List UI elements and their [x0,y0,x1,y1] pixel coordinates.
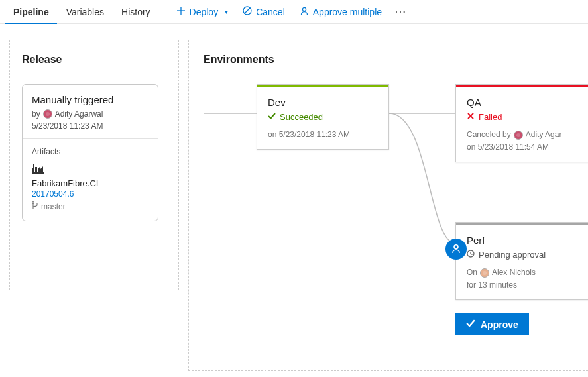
environments-canvas: Dev Succeeded on 5/23/2018 11:23 AM [204,84,588,369]
x-icon [467,112,475,122]
release-panel: Release Manually triggered by Adity Agar… [9,40,179,290]
svg-point-16 [454,244,458,248]
release-card-bottom: Artifacts FabrikamFibre.CI 20170504.6 ma… [23,139,158,221]
svg-marker-8 [38,166,40,169]
environments-panel: Environments Dev Succeeded [188,40,588,371]
env-name: Perf [467,235,582,246]
release-date: 5/23/2018 11:23 AM [32,121,148,131]
status-text: Failed [479,112,502,122]
person-icon [300,6,309,17]
environments-title: Environments [204,54,588,66]
avatar-icon [514,131,523,140]
approve-button[interactable]: Approve [455,313,529,335]
cancel-label: Cancel [256,7,285,17]
env-meta: on 5/23/2018 11:23 AM [268,129,378,141]
artifact-build-link[interactable]: 20170504.6 [32,189,148,199]
chevron-down-icon: ▾ [225,8,228,15]
svg-line-3 [245,8,250,13]
release-card-top: Manually triggered by Adity Agarwal 5/23… [23,85,158,139]
branch-row: master [32,201,148,211]
check-icon [466,319,475,330]
by-label: by [32,109,40,119]
approve-label: Approve [481,319,518,330]
env-body: QA Failed Canceled by Adity Agar [456,87,588,162]
cancel-button[interactable]: Cancel [236,1,292,23]
release-trigger-title: Manually triggered [32,94,148,105]
toolbar: Pipeline Variables History Deploy ▾ Canc… [0,0,588,24]
svg-point-13 [36,203,38,205]
env-meta: Canceled by Adity Agar on 5/23/2018 11:5… [467,129,582,154]
svg-point-4 [302,7,306,11]
status-text: Pending approval [479,250,546,260]
svg-point-12 [32,207,34,209]
svg-rect-10 [33,164,34,168]
artifact-name: FabrikamFibre.CI [32,178,148,188]
approve-multiple-label: Approve multiple [313,7,382,17]
env-status: Succeeded [268,112,378,122]
cancel-icon [243,6,252,17]
canceled-label: Canceled by [467,129,511,141]
by-user: Adity Agarwal [55,109,103,119]
env-name: Dev [268,97,378,108]
env-status: Failed [467,112,582,122]
env-date: on 5/23/2018 11:54 AM [467,141,582,154]
on-user: Alex Nichols [492,266,536,279]
toolbar-separator [164,5,164,19]
env-name: QA [467,97,582,108]
approve-multiple-button[interactable]: Approve multiple [293,1,388,23]
deploy-button[interactable]: Deploy ▾ [170,1,235,23]
status-text: Succeeded [280,112,323,122]
svg-rect-7 [35,167,37,172]
tab-history[interactable]: History [113,0,158,24]
branch-icon [32,201,38,211]
main-area: Release Manually triggered by Adity Agar… [0,24,588,371]
check-icon [268,112,276,122]
approval-badge[interactable] [445,239,467,260]
tab-pipeline[interactable]: Pipeline [5,0,57,24]
env-status: Pending approval [467,250,582,260]
branch-name: master [41,202,66,211]
artifacts-label: Artifacts [32,147,148,156]
release-card[interactable]: Manually triggered by Adity Agarwal 5/23… [22,84,158,221]
svg-rect-6 [32,168,34,172]
environment-card-perf[interactable]: Perf Pending approval On Alex Nichols [455,222,588,300]
environment-card-qa[interactable]: QA Failed Canceled by Adity Agar [455,84,588,162]
avatar-icon [43,109,52,119]
avatar-icon [480,268,489,278]
clock-icon [467,250,475,260]
env-body: Perf Pending approval On Alex Nichols [456,225,588,299]
person-icon [451,243,461,256]
env-body: Dev Succeeded on 5/23/2018 11:23 AM [257,87,388,149]
plus-icon [176,6,186,17]
release-title: Release [22,54,169,66]
environment-card-dev[interactable]: Dev Succeeded on 5/23/2018 11:23 AM [257,84,389,150]
deploy-label: Deploy [190,7,219,17]
more-button[interactable]: ··· [390,1,412,23]
release-by-row: by Adity Agarwal [32,109,148,119]
env-date: on 5/23/2018 11:23 AM [268,130,350,139]
factory-icon [32,163,148,176]
on-label: On [467,266,477,279]
svg-rect-5 [32,172,44,174]
tab-variables[interactable]: Variables [58,0,112,24]
duration: for 13 minutes [467,279,582,292]
env-meta: On Alex Nichols for 13 minutes [467,266,582,292]
svg-point-11 [32,202,34,204]
canceled-user: Adity Agar [526,129,562,141]
